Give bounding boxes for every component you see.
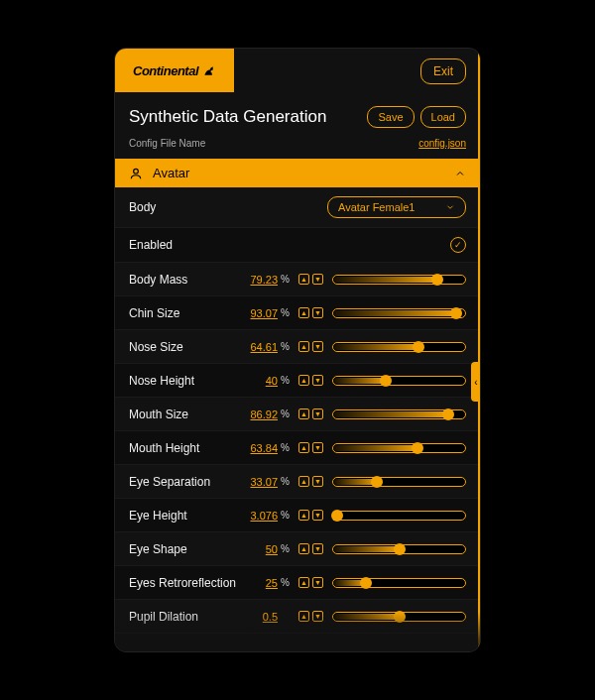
body-value: Avatar Female1 — [338, 201, 415, 213]
step-up-button[interactable]: ▲ — [298, 341, 309, 352]
param-unit: % — [281, 543, 293, 554]
app-panel: Continental Exit Synthetic Data Generati… — [114, 48, 481, 652]
param-slider[interactable] — [332, 273, 466, 287]
param-slider[interactable] — [332, 306, 466, 320]
param-value[interactable]: 3.076 — [238, 510, 278, 522]
param-row: Mouth Size86.92%▲▼ — [115, 398, 480, 431]
param-unit: % — [281, 341, 293, 352]
step-up-button[interactable]: ▲ — [298, 274, 309, 285]
right-accent-line — [478, 49, 480, 651]
param-value[interactable]: 63.84 — [238, 442, 278, 454]
param-slider[interactable] — [332, 475, 466, 489]
step-down-button[interactable]: ▼ — [312, 274, 323, 285]
chevron-up-icon — [454, 168, 466, 179]
param-label: Pupil Dilation — [129, 610, 238, 624]
param-row: Chin Size93.07%▲▼ — [115, 296, 480, 330]
step-down-button[interactable]: ▼ — [312, 375, 323, 386]
title-buttons: Save Load — [367, 106, 466, 128]
step-up-button[interactable]: ▲ — [298, 476, 309, 487]
slider-thumb[interactable] — [371, 476, 383, 488]
enabled-row: Enabled ✓ — [115, 228, 480, 263]
param-row: Nose Size64.61%▲▼ — [115, 330, 480, 364]
step-down-button[interactable]: ▼ — [312, 408, 323, 419]
param-value[interactable]: 40 — [238, 375, 278, 387]
slider-thumb[interactable] — [412, 442, 423, 454]
param-unit: % — [281, 476, 293, 487]
param-value[interactable]: 79.23 — [238, 274, 278, 286]
param-unit: % — [281, 442, 293, 453]
top-bar: Continental Exit — [115, 49, 480, 92]
params-scroll-area[interactable]: Body Avatar Female1 Enabled ✓ Body Mass7… — [115, 187, 480, 651]
param-value[interactable]: 0.5 — [238, 611, 278, 623]
step-down-button[interactable]: ▼ — [312, 577, 323, 588]
step-up-button[interactable]: ▲ — [298, 577, 309, 588]
title-row: Synthetic Data Generation Save Load — [115, 92, 480, 134]
param-unit: % — [281, 408, 293, 419]
param-label: Eye Height — [129, 509, 238, 523]
step-down-button[interactable]: ▼ — [312, 510, 323, 521]
step-up-button[interactable]: ▲ — [298, 375, 309, 386]
param-slider[interactable] — [332, 441, 466, 455]
avatar-section-header[interactable]: Avatar — [115, 159, 480, 187]
load-button[interactable]: Load — [420, 106, 466, 128]
collapse-side-tab[interactable]: ‹ — [471, 362, 481, 402]
step-up-button[interactable]: ▲ — [298, 442, 309, 453]
param-unit: % — [281, 577, 293, 588]
slider-thumb[interactable] — [394, 611, 406, 623]
param-slider[interactable] — [332, 576, 466, 590]
param-slider[interactable] — [332, 542, 466, 556]
param-row: Eye Shape50%▲▼ — [115, 532, 480, 566]
chevron-left-icon: ‹ — [474, 377, 477, 388]
enabled-toggle[interactable]: ✓ — [450, 237, 466, 253]
step-down-button[interactable]: ▼ — [312, 307, 323, 318]
brand-text: Continental — [133, 63, 198, 78]
page-title: Synthetic Data Generation — [129, 107, 326, 127]
slider-thumb[interactable] — [413, 341, 424, 353]
brand-horse-icon — [202, 63, 216, 77]
svg-point-0 — [134, 169, 139, 174]
save-button[interactable]: Save — [367, 106, 414, 128]
slider-thumb[interactable] — [380, 375, 392, 387]
body-select[interactable]: Avatar Female1 — [327, 196, 466, 218]
slider-thumb[interactable] — [331, 510, 343, 522]
param-value[interactable]: 93.07 — [238, 307, 278, 319]
slider-thumb[interactable] — [450, 307, 462, 319]
step-up-button[interactable]: ▲ — [298, 307, 309, 318]
config-row: Config File Name config.json — [115, 134, 480, 159]
enabled-label: Enabled — [129, 238, 238, 252]
config-file-link[interactable]: config.json — [418, 138, 466, 149]
step-down-button[interactable]: ▼ — [312, 543, 323, 554]
step-down-button[interactable]: ▼ — [312, 476, 323, 487]
slider-thumb[interactable] — [394, 543, 406, 555]
body-row: Body Avatar Female1 — [115, 187, 480, 228]
param-slider[interactable] — [332, 408, 466, 421]
chevron-down-icon — [445, 202, 455, 212]
step-up-button[interactable]: ▲ — [298, 408, 309, 419]
step-up-button[interactable]: ▲ — [298, 543, 309, 554]
step-down-button[interactable]: ▼ — [312, 341, 323, 352]
step-up-button[interactable]: ▲ — [298, 510, 309, 521]
param-row: Eyes Retroreflection25%▲▼ — [115, 566, 480, 600]
param-value[interactable]: 25 — [238, 577, 278, 589]
exit-button[interactable]: Exit — [420, 58, 466, 84]
param-slider[interactable] — [332, 509, 466, 523]
param-value[interactable]: 86.92 — [238, 408, 278, 420]
slider-thumb[interactable] — [442, 408, 454, 420]
param-slider[interactable] — [332, 340, 466, 354]
param-value[interactable]: 33.07 — [238, 476, 278, 488]
param-unit: % — [281, 274, 293, 285]
brand-logo: Continental — [115, 49, 234, 92]
param-row: Eye Height3.076%▲▼ — [115, 499, 480, 532]
slider-thumb[interactable] — [431, 274, 443, 286]
param-row: Mouth Height63.84%▲▼ — [115, 431, 480, 465]
step-down-button[interactable]: ▼ — [312, 611, 323, 622]
param-slider[interactable] — [332, 610, 466, 624]
param-value[interactable]: 64.61 — [238, 341, 278, 353]
step-down-button[interactable]: ▼ — [312, 442, 323, 453]
slider-thumb[interactable] — [360, 577, 372, 589]
param-slider[interactable] — [332, 374, 466, 388]
param-row: Nose Height40%▲▼ — [115, 364, 480, 398]
step-up-button[interactable]: ▲ — [298, 611, 309, 622]
body-label: Body — [129, 200, 238, 214]
param-value[interactable]: 50 — [238, 543, 278, 555]
